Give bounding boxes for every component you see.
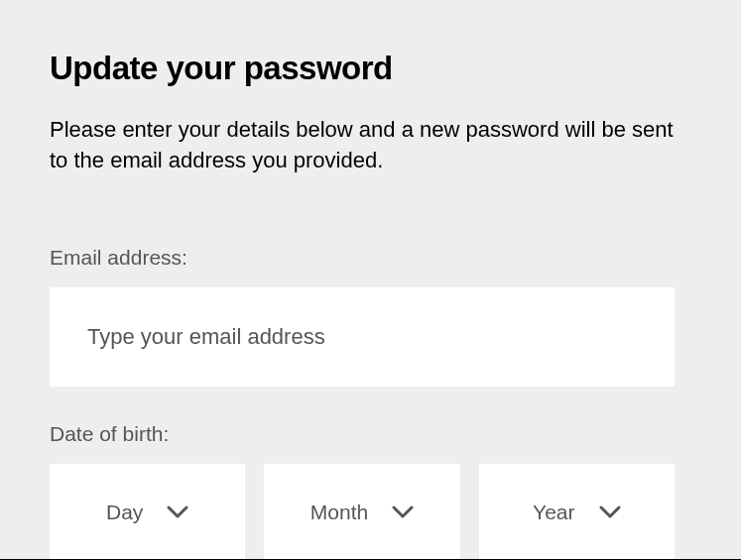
dob-month-label: Month [310, 501, 368, 524]
dob-day-label: Day [106, 501, 143, 524]
email-field[interactable] [50, 287, 675, 387]
chevron-down-icon [599, 505, 621, 519]
dob-year-label: Year [533, 501, 574, 524]
dob-month-select[interactable]: Month [264, 464, 459, 560]
chevron-down-icon [167, 505, 188, 519]
dob-day-select[interactable]: Day [50, 464, 245, 560]
page-title: Update your password [50, 50, 691, 87]
dob-selectors: Day Month Year [50, 464, 675, 560]
page-description: Please enter your details below and a ne… [50, 115, 691, 176]
dob-year-select[interactable]: Year [479, 464, 675, 560]
dob-label: Date of birth: [50, 422, 691, 446]
email-label: Email address: [50, 246, 691, 270]
chevron-down-icon [392, 505, 414, 519]
